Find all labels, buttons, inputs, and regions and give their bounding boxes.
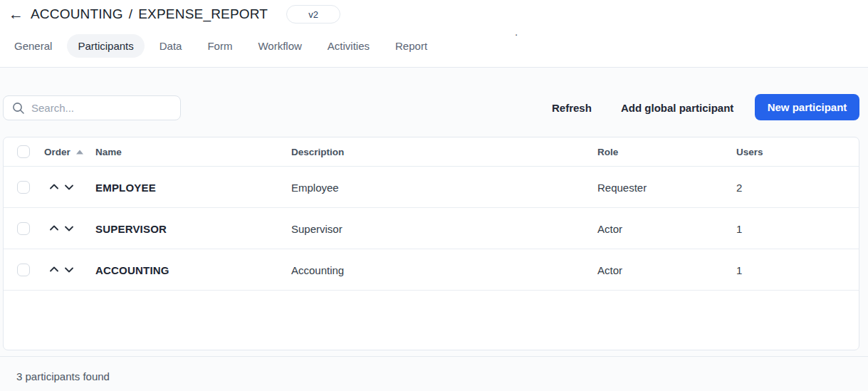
move-up-icon[interactable] [48,181,60,193]
column-header-name[interactable]: Name [95,147,122,157]
refresh-button[interactable]: Refresh [552,102,592,114]
breadcrumb-parent[interactable]: ACCOUNTING [31,6,123,22]
tab-bar: GeneralParticipantsDataFormWorkflowActiv… [14,34,427,57]
participant-name: ACCOUNTING [95,264,169,276]
search-input[interactable] [31,102,173,114]
participant-description: Supervisor [291,222,343,234]
tab-form[interactable]: Form [207,40,232,52]
move-up-icon[interactable] [48,264,60,276]
move-up-icon[interactable] [48,222,60,234]
move-down-icon[interactable] [63,222,75,234]
participant-role: Requester [597,181,647,193]
participants-table: Order Name Description Role Users EMPLOY… [3,137,859,350]
tab-report[interactable]: Report [395,40,427,52]
table-row[interactable]: SUPERVISOR Supervisor Actor 1 [4,208,859,249]
participant-users: 1 [736,222,742,234]
column-header-order[interactable]: Order [44,147,83,157]
column-header-description[interactable]: Description [291,147,344,157]
breadcrumb-separator: / [129,6,132,22]
dot-artifact: . [515,26,518,38]
row-checkbox[interactable] [17,222,30,235]
content-area: Refresh Add global participant New parti… [0,68,868,391]
column-header-users[interactable]: Users [736,147,763,157]
select-all-checkbox[interactable] [17,145,30,158]
results-count: 3 participants found [16,370,110,382]
breadcrumb-current: EXPENSE_REPORT [138,6,268,22]
table-body: EMPLOYEE Employee Requester 2 SUPERVISOR… [4,167,859,291]
back-arrow-icon[interactable]: ← [6,5,26,24]
search-box[interactable] [3,95,181,120]
tab-general[interactable]: General [14,40,52,52]
search-icon [12,102,25,115]
participant-name: EMPLOYEE [95,181,156,193]
breadcrumb: ACCOUNTING / EXPENSE_REPORT [31,6,268,22]
footer-divider [0,356,868,357]
app-header: ← ACCOUNTING / EXPENSE_REPORT v2 General… [0,0,868,67]
new-participant-button[interactable]: New participant [755,94,859,120]
participant-role: Actor [597,222,622,234]
participant-users: 1 [736,264,742,276]
participant-role: Actor [597,264,622,276]
row-checkbox[interactable] [17,264,30,276]
tab-participants[interactable]: Participants [67,34,144,58]
participant-name: SUPERVISOR [95,222,167,234]
version-badge[interactable]: v2 [286,5,340,24]
move-down-icon[interactable] [63,264,75,276]
participant-description: Accounting [291,264,344,276]
row-checkbox[interactable] [17,181,30,194]
table-row[interactable]: EMPLOYEE Employee Requester 2 [4,167,859,208]
participant-description: Employee [291,181,339,193]
tab-data[interactable]: Data [160,40,182,52]
sort-ascending-icon [76,150,83,154]
move-down-icon[interactable] [63,181,75,193]
table-header-row: Order Name Description Role Users [4,137,859,167]
column-header-order-label: Order [44,147,70,157]
tab-workflow[interactable]: Workflow [258,40,301,52]
table-row[interactable]: ACCOUNTING Accounting Actor 1 [4,249,859,291]
participant-users: 2 [736,181,742,193]
column-header-role[interactable]: Role [597,147,618,157]
tab-activities[interactable]: Activities [328,40,370,52]
add-global-participant-button[interactable]: Add global participant [621,102,733,114]
